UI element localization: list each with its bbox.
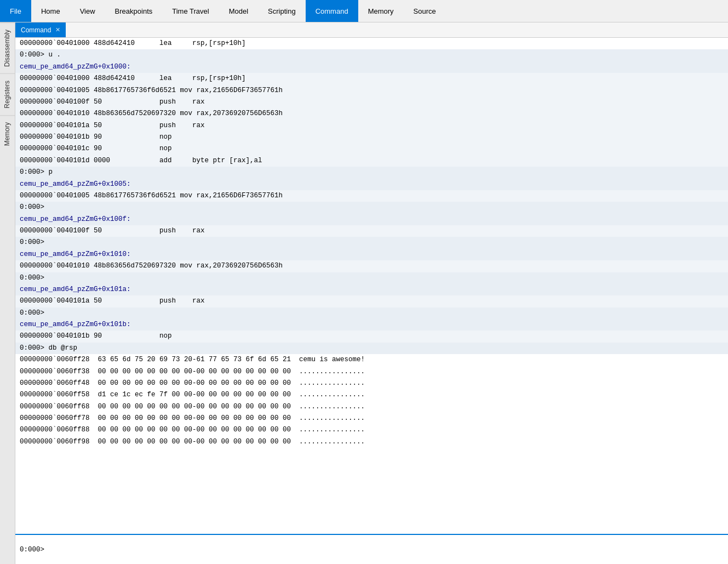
output-line: 00000000`00401005 48b8617765736f6d6521 m… bbox=[15, 190, 728, 202]
output-line: 00000000`0040101d 0000 add byte ptr [rax… bbox=[15, 155, 728, 167]
input-area: 0:000> bbox=[15, 534, 728, 564]
output-line: cemu_pe_amd64_pzZmG+0x1010: bbox=[15, 249, 728, 260]
command-output[interactable]: 00000000`00401000 488d642410 lea rsp,[rs… bbox=[15, 38, 728, 534]
output-line: 00000000`00401010 48b863656d7520697320 m… bbox=[15, 260, 728, 272]
output-line: 0:000> u . bbox=[15, 49, 728, 61]
sidebar-tab-memory[interactable]: Memory bbox=[0, 115, 15, 152]
command-tab-close[interactable]: ✕ bbox=[55, 26, 60, 33]
output-line: 00000000`0060ff48 00 00 00 00 00 00 00 0… bbox=[15, 378, 728, 389]
menu-home[interactable]: Home bbox=[31, 0, 70, 22]
menu-command[interactable]: Command bbox=[306, 0, 358, 22]
output-line: 00000000`0040100f 50 push rax bbox=[15, 225, 728, 237]
input-prompt: 0:000> bbox=[20, 546, 44, 554]
tab-bar: Command ✕ bbox=[15, 22, 728, 38]
output-line: cemu_pe_amd64_pzZmG+0x100f: bbox=[15, 214, 728, 225]
output-line: 00000000`0060ff98 00 00 00 00 00 00 00 0… bbox=[15, 436, 728, 448]
output-line: 00000000`0040101a 50 push rax bbox=[15, 120, 728, 132]
main-content: Disassembly Registers Memory Command ✕ 0… bbox=[0, 22, 728, 564]
output-line: 00000000`00401000 488d642410 lea rsp,[rs… bbox=[15, 38, 728, 49]
output-line: 00000000`0040101b 90 nop bbox=[15, 132, 728, 143]
menu-source[interactable]: Source bbox=[404, 0, 446, 22]
output-line: 00000000`00401005 48b8617765736f6d6521 m… bbox=[15, 85, 728, 96]
output-line: 0:000> bbox=[15, 237, 728, 248]
output-line: 0:000> p bbox=[15, 167, 728, 178]
output-line: 0:000> bbox=[15, 272, 728, 284]
output-line: 0:000> db @rsp bbox=[15, 343, 728, 354]
sidebar-tab-registers[interactable]: Registers bbox=[0, 73, 15, 115]
output-line: 0:000> bbox=[15, 202, 728, 213]
menu-file[interactable]: File bbox=[0, 0, 31, 22]
sidebar: Disassembly Registers Memory bbox=[0, 22, 15, 564]
menu-bar: File Home View Breakpoints Time Travel M… bbox=[0, 0, 728, 22]
output-line: 00000000`00401000 488d642410 lea rsp,[rs… bbox=[15, 73, 728, 84]
command-tab-label: Command bbox=[21, 26, 51, 34]
menu-model[interactable]: Model bbox=[219, 0, 258, 22]
output-line: 0:000> bbox=[15, 307, 728, 319]
output-line: cemu_pe_amd64_pzZmG+0x101b: bbox=[15, 319, 728, 331]
output-line: 00000000`0060ff68 00 00 00 00 00 00 00 0… bbox=[15, 401, 728, 413]
output-line: 00000000`0060ff78 00 00 00 00 00 00 00 0… bbox=[15, 413, 728, 424]
menu-time-travel[interactable]: Time Travel bbox=[162, 0, 219, 22]
output-line: 00000000`0060ff38 00 00 00 00 00 00 00 0… bbox=[15, 366, 728, 378]
output-line: cemu_pe_amd64_pzZmG+0x101a: bbox=[15, 284, 728, 295]
content-area: Command ✕ 00000000`00401000 488d642410 l… bbox=[15, 22, 728, 564]
output-line: cemu_pe_amd64_pzZmG+0x1000: bbox=[15, 61, 728, 73]
menu-memory[interactable]: Memory bbox=[358, 0, 404, 22]
menu-breakpoints[interactable]: Breakpoints bbox=[105, 0, 163, 22]
output-line: 00000000`0040101a 50 push rax bbox=[15, 295, 728, 307]
output-line: 00000000`0040101b 90 nop bbox=[15, 331, 728, 342]
output-line: 00000000`0040101c 90 nop bbox=[15, 143, 728, 155]
command-tab[interactable]: Command ✕ bbox=[15, 22, 66, 37]
output-line: 00000000`00401010 48b863656d7520697320 m… bbox=[15, 108, 728, 119]
output-line: 00000000`0060ff58 d1 ce 1c ec fe 7f 00 0… bbox=[15, 389, 728, 401]
output-line: 00000000`0060ff28 63 65 6d 75 20 69 73 2… bbox=[15, 354, 728, 366]
menu-view[interactable]: View bbox=[70, 0, 105, 22]
sidebar-tab-disassembly[interactable]: Disassembly bbox=[0, 22, 15, 73]
output-line: 00000000`0040100f 50 push rax bbox=[15, 96, 728, 108]
output-line: 00000000`0060ff88 00 00 00 00 00 00 00 0… bbox=[15, 424, 728, 436]
menu-scripting[interactable]: Scripting bbox=[258, 0, 306, 22]
command-input[interactable] bbox=[45, 546, 724, 554]
output-line: cemu_pe_amd64_pzZmG+0x1005: bbox=[15, 179, 728, 190]
